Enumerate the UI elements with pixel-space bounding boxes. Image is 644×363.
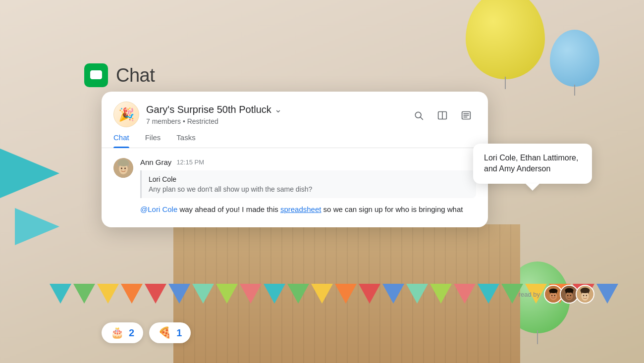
svg-line-3 (421, 117, 423, 120)
decor-triangle-teal (0, 149, 59, 198)
message-body: Ann Gray 12:15 PM Lori Cole Any plan so … (140, 158, 476, 215)
mention-lori[interactable]: @Lori Cole (140, 205, 177, 213)
search-button[interactable] (409, 105, 429, 125)
split-view-icon (437, 110, 447, 120)
readers-tooltip-text: Lori Cole, Ethan Lattimore, and Amy Ande… (484, 154, 578, 173)
message-text-3: so we can sign up for who is bringing wh… (321, 205, 463, 213)
group-emoji: 🎉 (118, 107, 134, 122)
svg-point-33 (586, 295, 587, 296)
message-header: Ann Gray 12:15 PM (140, 158, 476, 166)
quoted-message: Lori Cole Any plan so we don't all show … (140, 170, 476, 198)
reaction-pizza[interactable]: 🍕 1 (149, 322, 191, 343)
header-left: 🎉 Gary's Surprise 50th Potluck ⌄ 7 membe… (113, 102, 282, 127)
message-text-2: way ahead of you! I made this (177, 205, 280, 213)
app-title: Chat (116, 65, 155, 86)
tab-tasks[interactable]: Tasks (176, 133, 195, 148)
read-by-section: read by (519, 285, 594, 304)
balloon-blue (550, 30, 599, 87)
pizza-count: 1 (176, 327, 182, 339)
group-info: Gary's Surprise 50th Potluck ⌄ 7 members… (146, 104, 282, 125)
read-by-avatars (544, 285, 594, 304)
readers-tooltip: Lori Cole, Ethan Lattimore, and Amy Ande… (473, 144, 592, 184)
svg-point-14 (121, 167, 122, 169)
tab-chat[interactable]: Chat (113, 133, 129, 148)
app-header: Chat (84, 63, 155, 87)
ann-gray-avatar-img (113, 158, 133, 178)
header-actions (409, 102, 476, 125)
google-chat-icon (84, 63, 108, 87)
svg-point-20 (551, 295, 552, 296)
tab-files[interactable]: Files (145, 133, 161, 148)
reactions-row: 🎂 2 🍕 1 (102, 322, 191, 343)
svg-point-24 (565, 292, 573, 300)
group-meta: 7 members • Restricted (146, 117, 282, 125)
quoted-sender: Lori Cole (149, 175, 469, 183)
chat-card: 🎉 Gary's Surprise 50th Potluck ⌄ 7 membe… (102, 92, 488, 227)
message-text: @Lori Cole way ahead of you! I made this… (140, 204, 476, 215)
sender-name: Ann Gray (140, 158, 171, 166)
chat-content: Ann Gray 12:15 PM Lori Cole Any plan so … (102, 148, 488, 227)
read-by-label: read by (519, 291, 540, 298)
group-separator: • (183, 117, 187, 125)
message-row: Ann Gray 12:15 PM Lori Cole Any plan so … (113, 158, 476, 215)
svg-point-19 (549, 289, 558, 293)
group-avatar: 🎉 (113, 102, 139, 127)
card-header: 🎉 Gary's Surprise 50th Potluck ⌄ 7 membe… (102, 92, 488, 127)
split-view-button[interactable] (432, 105, 452, 125)
decor-triangle-teal2 (15, 208, 59, 245)
svg-point-15 (124, 167, 126, 169)
group-status: Restricted (187, 117, 218, 125)
quoted-text: Any plan so we don't all show up with th… (149, 185, 469, 193)
svg-point-13 (118, 159, 129, 166)
svg-point-32 (583, 295, 584, 296)
read-avatar-3 (576, 285, 594, 304)
sender-avatar (113, 158, 133, 178)
svg-point-27 (570, 295, 571, 296)
group-name: Gary's Surprise 50th Potluck (146, 104, 271, 115)
chat-info-button[interactable] (456, 105, 476, 125)
balloon-yellow (466, 0, 545, 79)
group-members: 7 members (146, 117, 181, 125)
message-timestamp: 12:15 PM (176, 158, 204, 166)
search-icon (414, 110, 424, 120)
svg-point-26 (567, 295, 568, 296)
tabs-row: Chat Files Tasks (102, 133, 488, 148)
svg-point-21 (554, 295, 555, 296)
svg-point-25 (565, 288, 574, 293)
reaction-cake[interactable]: 🎂 2 (102, 322, 143, 343)
spreadsheet-link[interactable]: spreadsheet (280, 205, 322, 213)
svg-point-31 (581, 288, 590, 293)
dropdown-icon[interactable]: ⌄ (274, 104, 282, 115)
chat-info-icon (461, 110, 471, 120)
cake-count: 2 (129, 327, 134, 339)
pizza-emoji: 🍕 (158, 326, 171, 339)
cake-emoji: 🎂 (110, 326, 124, 339)
group-name-row[interactable]: Gary's Surprise 50th Potluck ⌄ (146, 104, 282, 115)
